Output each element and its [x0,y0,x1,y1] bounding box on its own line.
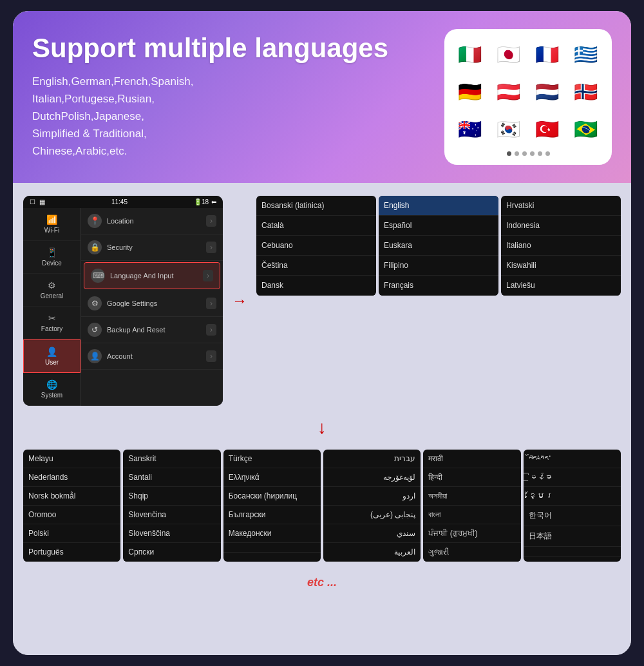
lang-item: اردو [323,487,421,506]
lang-col-bottom-3: Türkçe Ελληνικά Босански (ћирилиц Българ… [223,450,321,562]
flag-dots [453,151,603,156]
statusbar-time: 11:45 [111,198,128,205]
lang-row-1: Melayu Nederlands Norsk bokmål Oromoo Po… [23,450,621,562]
lang-item [524,547,621,557]
settings-item-security-left: 🔒 Security [88,240,133,254]
lang-item: Hrvatski [501,196,621,216]
lang-column-2: English Español Euskara Filipino Françai… [379,196,498,296]
lang-item [223,543,321,553]
signal-icon: ▦ [39,198,45,205]
android-mock: ☐ ▦ 11:45 🔋18 ⬅ 📶 Wi-Fi [23,196,223,406]
main-title: Support multiple languages [32,33,431,63]
flag-france: 🇫🇷 [531,38,563,70]
user-icon: 👤 [46,347,57,357]
flag-germany: 🇩🇪 [453,75,486,108]
sidebar-item-factory[interactable]: ✂ Factory [23,307,80,339]
security-arrow: › [206,242,216,253]
sidebar-system-label: System [41,392,62,399]
settings-account-label: Account [107,352,133,360]
lang-item: Melayu [23,450,120,468]
lang-item: Polski [23,524,120,543]
sidebar-device-label: Device [42,260,62,267]
flag-austria: 🇦🇹 [492,75,524,108]
settings-main: 📍 Location › 🔒 Security › [81,208,223,406]
settings-item-backup[interactable]: ↺ Backup And Reset › [81,317,223,343]
lang-item: Nederlands [23,468,120,487]
lang-item: Français [379,276,498,296]
sidebar-item-device[interactable]: 📱 Device [23,241,80,274]
lang-item: Српски [123,543,220,562]
lang-item: Slovenčina [123,506,220,524]
lang-item: العربية [323,543,421,562]
settings-item-google[interactable]: ⚙ Google Settings › [81,290,223,317]
globe-icon: 🌐 [46,379,57,390]
flag-korea: 🇰🇷 [492,113,524,145]
lang-item: Español [379,216,498,236]
sidebar-general-label: General [41,292,64,300]
flag-turkey: 🇹🇷 [531,113,563,145]
lang-item: ગુજ઼ારી [423,543,520,562]
lang-item: 한국어 [524,506,621,526]
device-icon: 📱 [46,247,57,258]
lang-item: Català [256,216,376,236]
flag-greece: 🇬🇷 [569,38,601,70]
flag-italy: 🇮🇹 [453,38,486,70]
statusbar: ☐ ▦ 11:45 🔋18 ⬅ [23,196,223,208]
lang-columns-top: Bosanski (latinica) Català Cebuano Češti… [256,196,621,296]
lang-item: Sanskrit [123,450,220,468]
backup-arrow: › [206,324,216,336]
sidebar-item-general[interactable]: ⚙ General [23,274,80,307]
wifi-icon: 📶 [46,214,57,225]
sidebar-item-system[interactable]: 🌐 System [23,373,80,406]
lang-item: Македонски [223,524,321,543]
lang-item: Türkçe [223,450,321,468]
lang-col-bottom-2: Sanskrit Santali Shqip Slovenčina Sloven… [123,450,220,562]
back-icon: ⬅ [211,198,216,205]
lang-item: Santali [123,468,220,487]
flag-grid-container: 🇮🇹 🇯🇵 🇫🇷 🇬🇷 🇩🇪 🇦🇹 🇳🇱 🇳🇴 🇦🇺 🇰🇷 🇹🇷 🇧🇷 [444,29,612,165]
lang-item: ខ្មែរ [524,487,621,506]
lang-item: Български [223,506,321,524]
lang-item: অসমীয়া [423,487,520,506]
sidebar-item-wifi[interactable]: 📶 Wi-Fi [23,208,80,241]
lang-item: Filipino [379,256,498,276]
account-icon: 👤 [88,349,102,363]
lang-item: Oromoo [23,506,120,524]
settings-item-account[interactable]: 👤 Account › [81,343,223,370]
lang-item: پنجابی (عربی) [323,506,421,524]
lang-item: 日本語 [524,526,621,547]
lang-item: မြန်မာ [524,468,621,487]
sidebar-item-user[interactable]: 👤 User [23,339,80,373]
flag-grid: 🇮🇹 🇯🇵 🇫🇷 🇬🇷 🇩🇪 🇦🇹 🇳🇱 🇳🇴 🇦🇺 🇰🇷 🇹🇷 🇧🇷 [453,38,603,145]
flag-netherlands: 🇳🇱 [531,75,563,108]
lang-item: বাংলা [423,506,520,524]
settings-item-security[interactable]: 🔒 Security › [81,234,223,261]
google-arrow: › [206,298,216,309]
language-icon: ⌨ [91,269,105,283]
languages-description: English,German,French,Spanish,Italian,Po… [32,73,431,160]
lang-item: Босански (ћирилиц [223,487,321,506]
lang-item-english: English [379,196,498,216]
lang-item: لۆیەغۆرجه [323,468,421,487]
lang-item: हिन्दी [423,468,520,487]
settings-google-label: Google Settings [107,300,157,307]
lang-item: Norsk bokmål [23,487,120,506]
settings-item-location[interactable]: 📍 Location › [81,208,223,234]
lang-item: Português [23,543,120,562]
flag-japan: 🇯🇵 [492,38,524,70]
lang-item: ਪੰਜਾਬੀ (ਗੁਰਮੁਖੀ) [423,524,520,543]
lang-item: עברית [323,450,421,468]
security-icon: 🔒 [88,240,102,254]
arrow-right-indicator: → [229,292,250,310]
lang-item: Cebuano [256,236,376,256]
sidebar-wifi-label: Wi-Fi [44,227,59,234]
settings-item-language[interactable]: ⌨ Language And Input › [84,262,220,289]
settings-item-backup-left: ↺ Backup And Reset [88,323,166,337]
statusbar-right: 🔋18 ⬅ [194,198,216,205]
lang-item: Italiano [501,236,621,256]
sidebar-user-label: User [45,359,59,366]
flag-norway: 🇳🇴 [569,75,601,108]
settings-item-location-left: 📍 Location [88,214,134,228]
backup-icon: ↺ [88,323,102,337]
flag-brazil: 🇧🇷 [569,113,601,145]
